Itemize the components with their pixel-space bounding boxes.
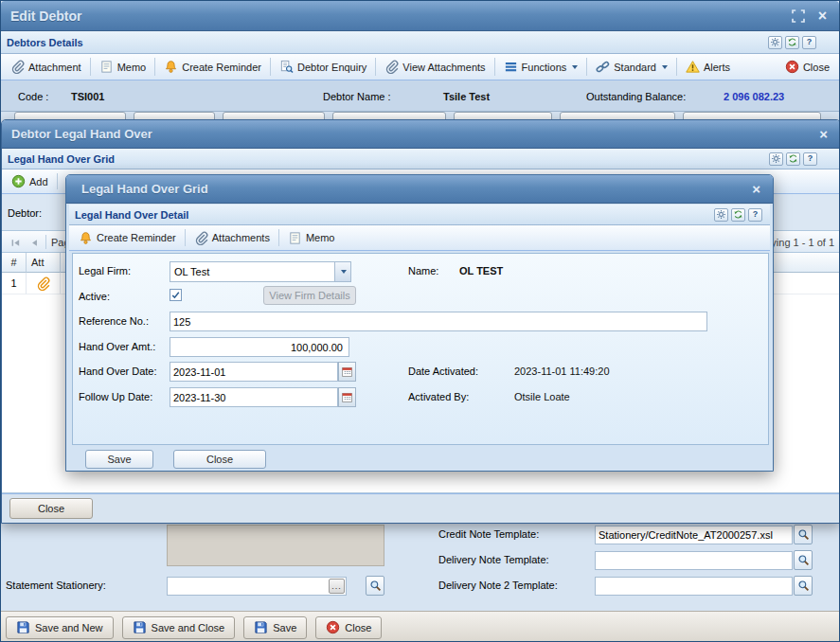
activated-by-label: Activated By:	[408, 391, 469, 402]
save-label: Save	[273, 622, 296, 633]
date-activated-label: Date Activated:	[408, 366, 478, 377]
close-button[interactable]: Close	[779, 57, 835, 77]
save-button[interactable]: Save	[243, 616, 307, 639]
standard-menu-button[interactable]: Standard	[590, 57, 673, 77]
paperclip-icon	[10, 60, 25, 74]
create-reminder-button[interactable]: Create Reminder	[158, 57, 267, 77]
statement-stationery-label: Statement Stationery:	[6, 580, 106, 591]
row-attachment-cell[interactable]	[27, 273, 61, 294]
debtor-enquiry-label: Debtor Enquiry	[297, 62, 366, 73]
view-firm-details-button[interactable]: View Firm Details	[263, 286, 356, 305]
previous-page-button[interactable]	[25, 233, 44, 252]
save-and-new-button[interactable]: Save and New	[6, 616, 114, 639]
disabled-text-area	[167, 525, 384, 566]
legal-handover-footer: Close	[2, 493, 840, 523]
create-reminder-button[interactable]: Create Reminder	[73, 228, 182, 248]
date-activated-value: 2023-11-01 11:49:20	[514, 366, 610, 377]
help-button[interactable]: ?	[803, 152, 817, 166]
close-button[interactable]: Close	[9, 498, 93, 519]
refresh-button[interactable]	[786, 152, 800, 166]
grid-column-num[interactable]: #	[2, 253, 27, 273]
dropdown-trigger[interactable]	[334, 262, 350, 281]
partial-control-button[interactable]	[683, 112, 821, 119]
handover-date-picker-button[interactable]	[338, 362, 356, 382]
followup-date-input[interactable]	[170, 387, 338, 407]
attachment-button[interactable]: Attachment	[5, 57, 87, 77]
save-and-close-label: Save and Close	[152, 622, 225, 633]
partial-controls-strip	[1, 112, 840, 119]
legal-firm-value: OL Test	[170, 266, 334, 277]
magnifier-icon	[369, 580, 382, 592]
active-checkbox[interactable]	[170, 289, 182, 301]
close-button[interactable]: Close	[315, 616, 382, 639]
memo-label: Memo	[117, 62, 147, 73]
refresh-icon	[787, 37, 797, 47]
magnifier-icon	[797, 528, 810, 541]
attachments-button[interactable]: Attachments	[188, 228, 276, 248]
debtor-label: Debtor:	[8, 207, 42, 219]
restore-icon[interactable]	[791, 9, 806, 24]
refresh-button[interactable]	[731, 208, 745, 222]
partial-control-button[interactable]	[332, 112, 446, 119]
view-attachments-button[interactable]: View Attachments	[379, 57, 491, 77]
active-label: Active:	[79, 291, 110, 302]
credit-note-template-label: Credit Note Template:	[438, 528, 539, 540]
credit-note-lookup-button[interactable]	[794, 525, 813, 544]
statement-stationery-lookup-button[interactable]	[366, 576, 384, 596]
close-icon[interactable]: ×	[816, 126, 831, 142]
ellipsis-button[interactable]: ...	[329, 579, 345, 594]
toolbar-separator	[270, 58, 271, 76]
toolbar-separator	[375, 58, 376, 76]
reference-no-input[interactable]	[170, 312, 707, 331]
partial-control-button[interactable]	[14, 112, 126, 119]
enquiry-icon	[279, 60, 294, 74]
add-label: Add	[29, 176, 48, 187]
firm-name-label: Name:	[408, 265, 438, 276]
calendar-icon	[341, 391, 353, 403]
settings-button[interactable]	[714, 208, 728, 222]
detail-toolbar: Create Reminder Attachments Memo	[69, 225, 770, 251]
grid-column-att[interactable]: Att	[27, 253, 61, 273]
help-button[interactable]: ?	[802, 36, 816, 49]
code-value: TSI001	[71, 91, 104, 102]
delivery-note-2-template-input[interactable]	[595, 577, 793, 596]
toolbar-separator	[45, 235, 46, 249]
partial-control-button[interactable]	[560, 112, 675, 119]
credit-note-template-input[interactable]	[595, 526, 793, 544]
debtor-enquiry-button[interactable]: Debtor Enquiry	[274, 57, 372, 77]
handover-date-label: Hand Over Date:	[79, 366, 157, 377]
delivery-note-lookup-button[interactable]	[794, 550, 813, 570]
attachments-label: Attachments	[212, 232, 270, 243]
handover-amount-input[interactable]	[170, 337, 349, 357]
save-and-close-button[interactable]: Save and Close	[122, 616, 236, 639]
close-button[interactable]: Close	[173, 450, 266, 469]
close-icon[interactable]: ×	[749, 181, 763, 197]
functions-menu-button[interactable]: Functions	[498, 57, 584, 77]
delivery-note-2-lookup-button[interactable]	[794, 576, 813, 596]
statement-stationery-input[interactable]: ...	[167, 577, 347, 596]
add-button[interactable]: Add	[6, 171, 54, 191]
partial-control-button[interactable]	[134, 112, 215, 119]
close-icon[interactable]: ×	[815, 8, 830, 25]
partial-control-button[interactable]	[223, 112, 325, 119]
legal-handover-titlebar: Debtor Legal Hand Over ×	[2, 120, 840, 149]
settings-button[interactable]	[769, 152, 783, 166]
save-button[interactable]: Save	[85, 450, 153, 469]
handover-date-input[interactable]	[170, 362, 338, 382]
partial-control-button[interactable]	[454, 112, 552, 119]
first-page-button[interactable]	[6, 233, 25, 252]
help-button[interactable]: ?	[748, 208, 762, 222]
settings-button[interactable]	[768, 36, 782, 49]
refresh-icon	[733, 209, 743, 220]
delivery-note-template-input[interactable]	[595, 551, 793, 570]
refresh-button[interactable]	[785, 36, 799, 49]
followup-date-picker-button[interactable]	[338, 387, 356, 407]
detail-dialog-title: Legal Hand Over Grid	[81, 182, 208, 196]
legal-firm-select[interactable]: OL Test	[170, 261, 351, 282]
memo-button[interactable]: Memo	[94, 57, 152, 77]
delivery-note-template-label: Delivery Note Template:	[438, 554, 549, 565]
create-reminder-label: Create Reminder	[97, 232, 176, 243]
alerts-button[interactable]: Alerts	[680, 57, 736, 77]
memo-button[interactable]: Memo	[282, 228, 341, 248]
magnifier-icon	[797, 580, 810, 592]
